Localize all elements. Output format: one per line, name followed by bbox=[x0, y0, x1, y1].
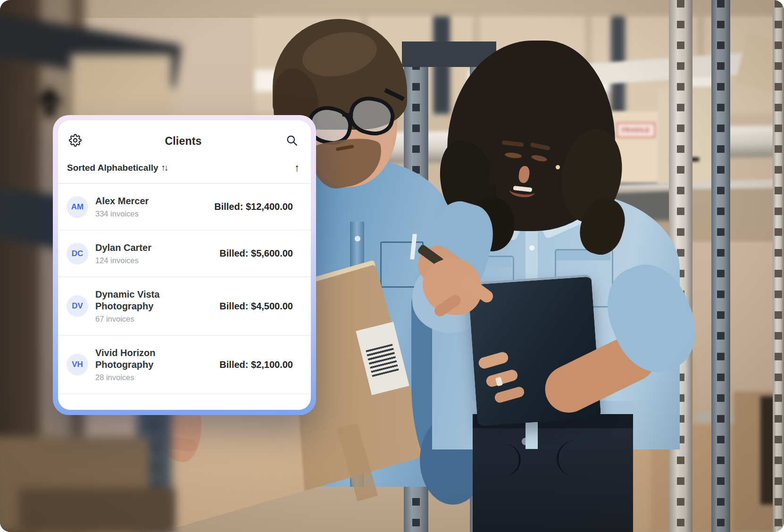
card-header: Clients bbox=[58, 132, 311, 150]
client-info: Alex Mercer 334 invoices bbox=[95, 195, 181, 218]
avatar: DC bbox=[67, 243, 88, 265]
client-billed-amount: Billed: $12,400.00 bbox=[214, 201, 293, 212]
client-invoice-count: 124 invoices bbox=[95, 256, 181, 265]
client-info: Dynamic Vista Photography 67 invoices bbox=[95, 289, 181, 324]
jeans-pocket-seam bbox=[557, 441, 592, 476]
sort-label: Sorted Alphabetically bbox=[67, 163, 158, 173]
foreground-boxes bbox=[19, 488, 175, 532]
client-info: Dylan Carter 124 invoices bbox=[95, 242, 181, 265]
search-icon bbox=[285, 134, 298, 148]
client-invoice-count: 67 invoices bbox=[95, 315, 181, 324]
box-arrow-icon bbox=[35, 86, 63, 104]
box-arrow-icon bbox=[44, 102, 55, 117]
client-name: Alex Mercer bbox=[95, 195, 181, 207]
shirt-button bbox=[355, 236, 360, 241]
client-invoice-count: 334 invoices bbox=[95, 209, 181, 218]
sort-arrows-icon: ↑↓ bbox=[161, 163, 167, 173]
client-name: Dynamic Vista Photography bbox=[95, 289, 181, 312]
fragile-label: FRAGILE bbox=[617, 123, 655, 138]
client-row-dynamic-vista[interactable]: DV Dynamic Vista Photography 67 invoices… bbox=[58, 277, 311, 336]
client-info: Vivid Horizon Photography 28 invoices bbox=[95, 347, 181, 382]
client-row-alex-mercer[interactable]: AM Alex Mercer 334 invoices Billed: $12,… bbox=[58, 184, 311, 231]
client-name: Dylan Carter bbox=[95, 242, 181, 254]
avatar: AM bbox=[67, 196, 88, 218]
client-row-dylan-carter[interactable]: DC Dylan Carter 124 invoices Billed: $5,… bbox=[58, 231, 311, 277]
sort-control[interactable]: Sorted Alphabetically ↑↓ bbox=[67, 163, 167, 173]
clients-card: Clients Sorted Alphabetically ↑↓ bbox=[53, 115, 316, 415]
shirt-button bbox=[529, 245, 534, 250]
card-title: Clients bbox=[165, 135, 201, 148]
jeans-pocket-seam bbox=[486, 443, 521, 476]
avatar-initials: VH bbox=[72, 360, 83, 369]
client-billed-amount: Billed: $5,600.00 bbox=[219, 248, 293, 259]
woman-jeans bbox=[473, 419, 633, 532]
client-billed-amount: Billed: $4,500.00 bbox=[219, 301, 293, 312]
client-row-vivid-horizon[interactable]: VH Vivid Horizon Photography 28 invoices… bbox=[58, 336, 311, 394]
client-name: Vivid Horizon Photography bbox=[95, 347, 181, 371]
woman-earring bbox=[556, 165, 560, 169]
marketing-hero-image: FRAGILE bbox=[0, 0, 784, 532]
avatar: DV bbox=[67, 295, 88, 317]
client-list: AM Alex Mercer 334 invoices Billed: $12,… bbox=[58, 184, 311, 394]
sort-row: Sorted Alphabetically ↑↓ ↑ bbox=[58, 163, 311, 173]
search-button[interactable] bbox=[284, 134, 299, 148]
settings-button[interactable] bbox=[68, 134, 82, 148]
gear-icon bbox=[69, 134, 82, 148]
arrow-up-icon: ↑ bbox=[294, 162, 300, 174]
shelving-upright bbox=[773, 0, 784, 532]
client-invoice-count: 28 invoices bbox=[95, 373, 181, 382]
avatar-initials: AM bbox=[71, 202, 83, 212]
sort-direction-button[interactable]: ↑ bbox=[294, 163, 300, 173]
ceiling-strip bbox=[0, 0, 784, 18]
client-billed-amount: Billed: $2,100.00 bbox=[219, 359, 293, 370]
clients-card-body: Clients Sorted Alphabetically ↑↓ bbox=[58, 120, 311, 410]
avatar: VH bbox=[67, 354, 88, 375]
avatar-initials: DC bbox=[72, 249, 83, 258]
avatar-initials: DV bbox=[72, 301, 83, 311]
shelving-upright bbox=[711, 0, 730, 532]
